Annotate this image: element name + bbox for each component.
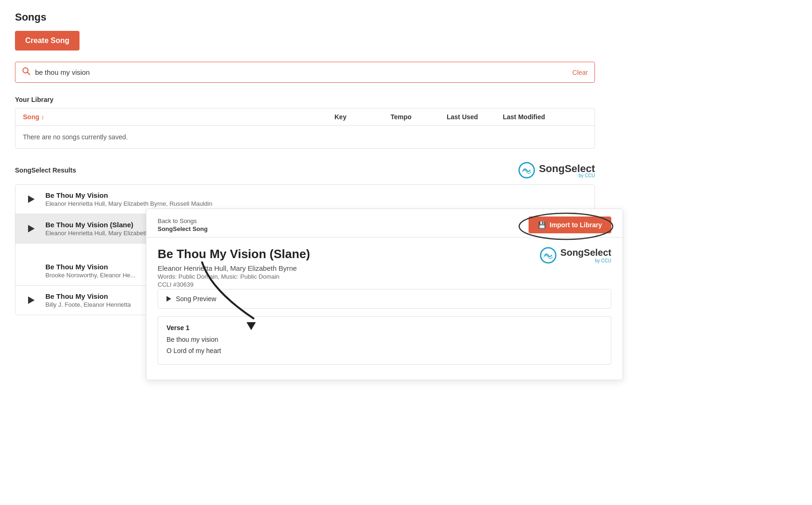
search-clear-button[interactable]: Clear (573, 69, 588, 76)
library-empty-message: There are no songs currently saved. (15, 126, 594, 148)
search-bar: Clear (15, 62, 595, 83)
play-triangle-icon (28, 195, 35, 203)
library-col-last-modified: Last Modified (503, 113, 587, 121)
verse-line-2: O Lord of my heart (167, 346, 602, 357)
search-input[interactable] (35, 68, 573, 76)
back-to-songs-link[interactable]: Back to Songs (158, 217, 208, 224)
songselect-logo-text: SongSelect (539, 163, 595, 174)
songselect-logo: SongSelect by CCU (518, 162, 595, 179)
verse-line-1: Be thou my vision (167, 334, 602, 346)
library-table: Song ↕ Key Tempo Last Used Last Modified… (15, 108, 595, 149)
detail-header-left: Back to Songs SongSelect Song (158, 217, 208, 232)
verse-block-1: Verse 1 Be thou my vision O Lord of my h… (158, 316, 611, 365)
library-col-key: Key (334, 113, 391, 121)
detail-songselect-logo-icon (540, 247, 557, 264)
svg-line-1 (28, 72, 30, 75)
detail-byline: by CCU (560, 258, 611, 263)
result-title-1: Be Thou My Vision (45, 191, 585, 199)
detail-panel-body: Be Thou My Vision (Slane) Eleanor Henrie… (146, 238, 623, 380)
detail-words: Words: Public Domain, Music: Public Doma… (158, 273, 310, 280)
songselect-logo-icon (518, 162, 535, 179)
library-col-last-used: Last Used (447, 113, 503, 121)
sort-icon: ↕ (41, 114, 44, 121)
detail-panel: Back to Songs SongSelect Song 💾 Import t… (146, 209, 623, 380)
library-col-tempo: Tempo (391, 113, 447, 121)
library-header: Song ↕ Key Tempo Last Used Last Modified (15, 108, 594, 126)
import-to-library-button[interactable]: 💾 Import to Library (529, 216, 611, 233)
preview-play-icon (167, 296, 171, 302)
songselect-section: SongSelect Results SongSelect by CCU (15, 162, 595, 315)
play-button-1[interactable] (25, 193, 38, 206)
library-col-song[interactable]: Song ↕ (23, 113, 334, 121)
detail-logo-text: SongSelect (560, 247, 611, 258)
page-title: Songs (15, 11, 797, 23)
detail-song-info: Be Thou My Vision (Slane) Eleanor Henrie… (158, 247, 310, 289)
verse-1-label: Verse 1 (167, 324, 602, 332)
detail-ccli: CCLI #30639 (158, 281, 310, 288)
create-song-button[interactable]: Create Song (15, 31, 80, 50)
detail-authors: Eleanor Henrietta Hull, Mary Elizabeth B… (158, 264, 310, 272)
page-container: Songs Create Song Clear Your Library Son… (0, 0, 812, 505)
songselect-header: SongSelect Results SongSelect by CCU (15, 162, 595, 179)
detail-logo: SongSelect by CCU (540, 247, 611, 264)
import-icon: 💾 (538, 221, 546, 229)
search-icon (22, 67, 30, 78)
detail-song-title: Be Thou My Vision (Slane) (158, 247, 310, 261)
preview-label: Song Preview (176, 295, 216, 303)
library-section-label: Your Library (15, 96, 797, 103)
songselect-section-label: SongSelect Results (15, 166, 76, 174)
play-triangle-icon-2 (28, 225, 35, 232)
play-button-4[interactable] (25, 294, 38, 307)
play-triangle-icon-4 (28, 296, 35, 304)
result-authors-1: Eleanor Henrietta Hull, Mary Elizabeth B… (45, 200, 585, 207)
song-preview-button[interactable]: Song Preview (158, 289, 611, 309)
detail-panel-title: SongSelect Song (158, 225, 208, 232)
import-button-wrapper: 💾 Import to Library (529, 216, 611, 233)
result-text-1: Be Thou My Vision Eleanor Henrietta Hull… (45, 191, 585, 207)
detail-panel-header: Back to Songs SongSelect Song 💾 Import t… (146, 209, 623, 238)
play-button-2[interactable] (25, 222, 38, 235)
